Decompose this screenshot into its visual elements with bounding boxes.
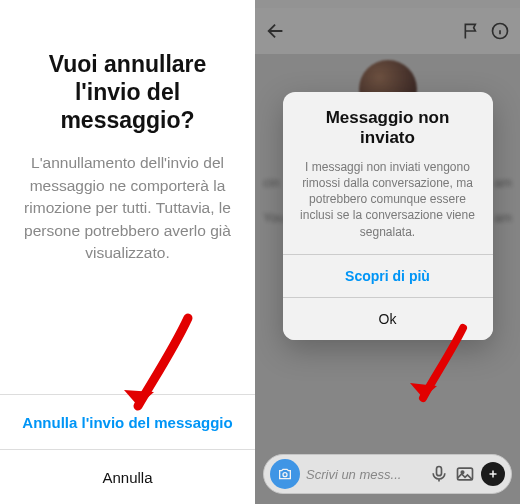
confirmation-modal: Messaggio non inviato I messaggi non inv… — [283, 92, 493, 340]
modal-body: I messaggi non inviati vengono rimossi d… — [283, 159, 493, 254]
dialog-body: L'annullamento dell'invio del messaggio … — [0, 152, 255, 264]
modal-title: Messaggio non inviato — [283, 92, 493, 159]
dialog-actions: Annulla l'invio del messaggio Annulla — [0, 394, 255, 504]
unsend-button[interactable]: Annulla l'invio del messaggio — [0, 395, 255, 449]
ok-button[interactable]: Ok — [283, 298, 493, 340]
composer-placeholder[interactable]: Scrivi un mess... — [306, 467, 423, 482]
microphone-icon[interactable] — [429, 464, 449, 484]
cancel-button[interactable]: Annulla — [0, 450, 255, 504]
unsend-dialog: Vuoi annullare l'invio del messaggio? L'… — [0, 0, 255, 504]
dialog-title: Vuoi annullare l'invio del messaggio? — [0, 50, 255, 152]
camera-icon[interactable] — [270, 459, 300, 489]
phone-screenshot: cin am You am Messaggio non inviato I me… — [255, 0, 520, 504]
image-icon[interactable] — [455, 464, 475, 484]
add-icon[interactable] — [481, 462, 505, 486]
learn-more-button[interactable]: Scopri di più — [283, 255, 493, 297]
svg-rect-4 — [437, 467, 442, 476]
message-composer: Scrivi un mess... — [263, 454, 512, 494]
svg-point-3 — [283, 473, 287, 477]
